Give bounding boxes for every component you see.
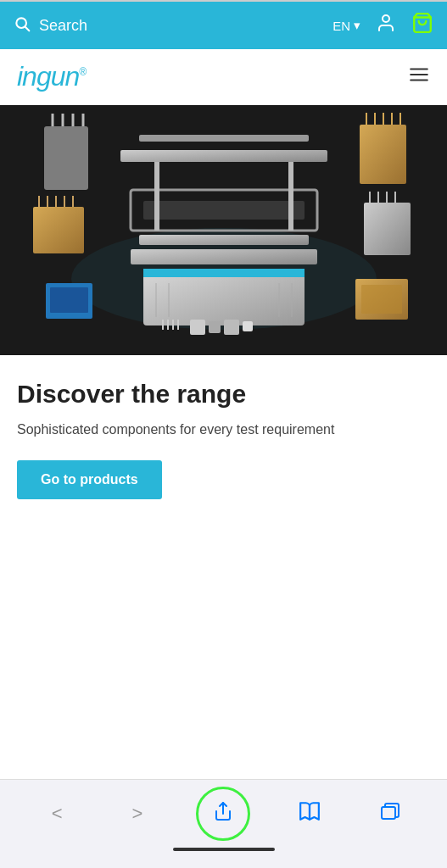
hero-image — [0, 105, 447, 355]
forward-arrow-icon: > — [131, 803, 142, 825]
share-icon — [213, 801, 233, 826]
bookmarks-icon — [299, 800, 321, 827]
search-icon — [14, 15, 31, 36]
browser-nav: < > — [0, 787, 447, 841]
browser-bottom-bar: < > — [0, 779, 447, 868]
top-bar-right: EN ▾ — [332, 12, 433, 39]
svg-rect-14 — [131, 249, 317, 264]
svg-rect-48 — [190, 320, 205, 335]
svg-line-1 — [25, 26, 30, 31]
svg-rect-17 — [143, 201, 305, 220]
search-section[interactable]: Search — [14, 15, 332, 36]
svg-rect-47 — [361, 285, 402, 314]
svg-rect-50 — [224, 320, 239, 335]
svg-rect-27 — [33, 207, 84, 253]
svg-rect-51 — [243, 321, 253, 331]
svg-rect-49 — [209, 321, 221, 333]
svg-rect-57 — [382, 807, 395, 819]
svg-rect-8 — [143, 270, 305, 326]
top-search-bar: Search EN ▾ — [0, 2, 447, 49]
svg-rect-34 — [50, 287, 88, 313]
svg-rect-9 — [143, 269, 305, 277]
section-description: Sophisticated components for every test … — [17, 420, 430, 440]
lang-chevron-icon: ▾ — [354, 18, 360, 33]
svg-rect-18 — [154, 159, 159, 231]
content-section: Discover the range Sophisticated compone… — [0, 355, 447, 516]
brand-logo[interactable]: ingun® — [17, 61, 86, 92]
hamburger-menu-icon[interactable] — [408, 64, 430, 91]
lang-text: EN — [332, 19, 350, 33]
share-button[interactable] — [196, 787, 250, 841]
back-button[interactable]: < — [36, 797, 78, 831]
tabs-icon — [380, 801, 400, 826]
svg-rect-22 — [44, 126, 88, 190]
svg-rect-20 — [120, 150, 327, 162]
svg-rect-41 — [364, 203, 411, 255]
forward-button[interactable]: > — [116, 797, 159, 831]
tabs-button[interactable] — [369, 797, 411, 831]
search-label: Search — [39, 17, 87, 35]
logo-text: ingun — [17, 61, 79, 92]
logo-registered: ® — [79, 66, 86, 78]
user-icon[interactable] — [376, 13, 396, 38]
hero-svg — [20, 109, 427, 351]
brand-bar: ingun® — [0, 49, 447, 105]
svg-rect-19 — [288, 159, 293, 231]
svg-point-2 — [383, 15, 389, 22]
cart-icon[interactable] — [411, 12, 433, 39]
svg-rect-35 — [360, 125, 406, 184]
cta-button[interactable]: Go to products — [17, 460, 162, 499]
content-spacer — [0, 516, 447, 703]
home-indicator — [173, 848, 275, 851]
bookmarks-button[interactable] — [288, 797, 331, 831]
section-title: Discover the range — [17, 379, 430, 409]
svg-rect-15 — [139, 235, 309, 245]
back-arrow-icon: < — [52, 803, 63, 825]
svg-rect-21 — [139, 135, 309, 142]
language-selector[interactable]: EN ▾ — [332, 18, 360, 33]
